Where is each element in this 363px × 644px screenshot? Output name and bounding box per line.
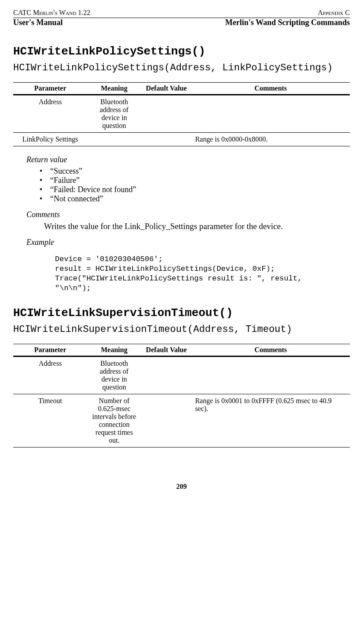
th-meaning: Meaning [87, 83, 141, 95]
cell-meaning [87, 133, 141, 146]
table-row: Timeout Number of 0.625-msec intervals b… [13, 394, 350, 448]
parameter-table: Parameter Meaning Default Value Comments… [13, 82, 350, 146]
function-title: HCIWriteLinkSupervisionTimeout() [13, 306, 350, 320]
list-item: “Failure” [40, 176, 350, 185]
header-right-top: Appendix C [318, 9, 350, 17]
comments-label: Comments [26, 210, 350, 219]
cell-meaning: Bluetooth address of device in question [87, 357, 141, 394]
cell-meaning: Bluetooth address of device in question [87, 95, 141, 133]
th-default: Default Value [141, 83, 192, 95]
th-comments: Comments [191, 344, 350, 357]
th-parameter: Parameter [13, 83, 87, 95]
example-label: Example [26, 238, 350, 247]
cell-param: Address [13, 95, 87, 133]
th-comments: Comments [191, 83, 350, 95]
comments-text: Writes the value for the Link_Policy_Set… [44, 222, 350, 231]
function-signature: HCIWriteLinkSupervisionTimeout(Address, … [13, 324, 350, 335]
th-parameter: Parameter [13, 344, 87, 357]
list-item: “Not connected” [40, 194, 350, 204]
cell-default [141, 95, 192, 133]
function-title: HCIWriteLinkPolicySettings() [13, 45, 350, 58]
cell-comments [191, 357, 350, 394]
page-header-top: CATC Merlin's Wand 1.22 Appendix C [13, 9, 350, 18]
cell-comments [191, 95, 350, 133]
cell-comments: Range is 0x0001 to 0xFFFF (0.625 msec to… [191, 394, 350, 448]
cell-default [141, 133, 192, 146]
th-meaning: Meaning [87, 344, 141, 357]
cell-param: Address [13, 357, 87, 394]
table-row: Address Bluetooth address of device in q… [13, 95, 350, 133]
function-signature: HCIWriteLinkPolicySettings(Address, Link… [13, 62, 350, 73]
page-number: 209 [13, 483, 350, 491]
page-header-sub: User's Manual Merlin's Wand Scripting Co… [13, 18, 350, 27]
header-left-top: CATC Merlin's Wand 1.22 [13, 9, 90, 17]
cell-meaning: Number of 0.625-msec intervals before co… [87, 394, 141, 448]
cell-comments: Range is 0x0000-0x8000. [191, 133, 350, 146]
cell-default [141, 394, 192, 448]
th-default: Default Value [141, 344, 192, 357]
return-value-list: “Success” “Failure” “Failed: Device not … [40, 167, 350, 204]
parameter-table: Parameter Meaning Default Value Comments… [13, 344, 350, 448]
list-item: “Success” [40, 167, 350, 176]
table-row: Address Bluetooth address of device in q… [13, 357, 350, 394]
cell-param: LinkPolicy Settings [13, 133, 87, 146]
example-code: Device = '010203040506'; result = HCIWri… [55, 255, 341, 293]
header-left-sub: User's Manual [13, 18, 63, 27]
header-right-sub: Merlin's Wand Scripting Commands [225, 18, 350, 27]
list-item: “Failed: Device not found” [40, 185, 350, 194]
cell-param: Timeout [13, 394, 87, 448]
return-value-label: Return value [26, 155, 350, 164]
table-row: LinkPolicy Settings Range is 0x0000-0x80… [13, 133, 350, 146]
cell-default [141, 357, 192, 394]
